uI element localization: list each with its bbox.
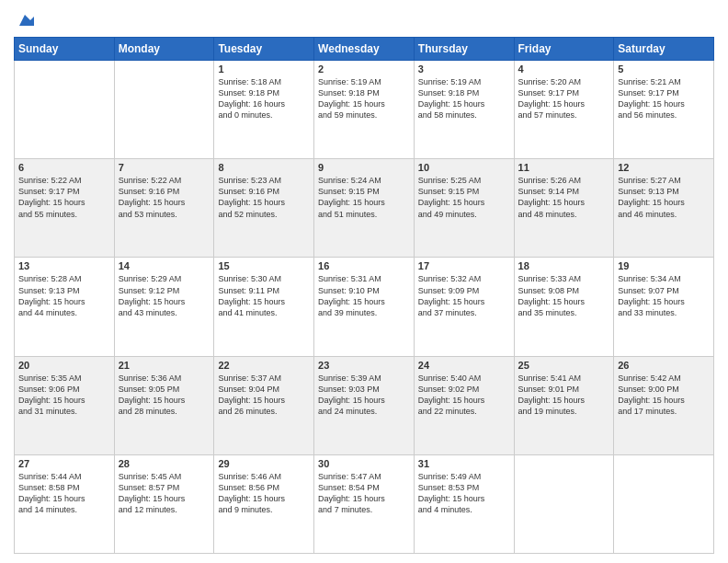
calendar-cell: 27Sunrise: 5:44 AM Sunset: 8:58 PM Dayli…: [15, 454, 115, 553]
day-number: 5: [618, 63, 710, 75]
day-number: 21: [119, 360, 210, 371]
calendar-cell: 2Sunrise: 5:19 AM Sunset: 9:18 PM Daylig…: [314, 61, 415, 159]
cell-info: Sunrise: 5:36 AM Sunset: 9:05 PM Dayligh…: [119, 373, 210, 418]
cell-info: Sunrise: 5:18 AM Sunset: 9:18 PM Dayligh…: [218, 76, 310, 121]
logo: [14, 9, 34, 29]
calendar-cell: 17Sunrise: 5:32 AM Sunset: 9:09 PM Dayli…: [414, 258, 514, 356]
page: SundayMondayTuesdayWednesdayThursdayFrid…: [0, 0, 728, 563]
day-header-sunday: Sunday: [15, 38, 115, 61]
day-number: 29: [218, 458, 310, 469]
calendar-cell: 16Sunrise: 5:31 AM Sunset: 9:10 PM Dayli…: [314, 258, 415, 356]
cell-info: Sunrise: 5:37 AM Sunset: 9:04 PM Dayligh…: [218, 373, 310, 418]
day-number: 3: [418, 63, 510, 75]
calendar-cell: 11Sunrise: 5:26 AM Sunset: 9:14 PM Dayli…: [514, 159, 614, 258]
calendar-cell: 30Sunrise: 5:47 AM Sunset: 8:54 PM Dayli…: [314, 454, 415, 553]
calendar-cell: 3Sunrise: 5:19 AM Sunset: 9:18 PM Daylig…: [414, 61, 514, 159]
cell-info: Sunrise: 5:19 AM Sunset: 9:18 PM Dayligh…: [318, 76, 410, 121]
calendar-cell: 10Sunrise: 5:25 AM Sunset: 9:15 PM Dayli…: [414, 159, 514, 258]
calendar-cell: 26Sunrise: 5:42 AM Sunset: 9:00 PM Dayli…: [614, 356, 714, 454]
header: [14, 9, 714, 29]
day-number: 17: [418, 260, 510, 271]
day-number: 26: [618, 360, 710, 371]
day-header-monday: Monday: [114, 38, 214, 61]
calendar-table: SundayMondayTuesdayWednesdayThursdayFrid…: [14, 37, 714, 554]
day-number: 24: [418, 360, 510, 371]
day-number: 28: [119, 458, 210, 469]
cell-info: Sunrise: 5:21 AM Sunset: 9:17 PM Dayligh…: [618, 76, 710, 121]
day-number: 7: [119, 162, 210, 173]
day-number: 15: [218, 260, 310, 271]
calendar-cell: 9Sunrise: 5:24 AM Sunset: 9:15 PM Daylig…: [314, 159, 415, 258]
day-number: 12: [618, 162, 710, 173]
day-number: 30: [318, 458, 410, 469]
cell-info: Sunrise: 5:40 AM Sunset: 9:02 PM Dayligh…: [418, 373, 510, 418]
day-number: 8: [218, 162, 310, 173]
day-number: 4: [518, 63, 610, 75]
calendar-cell: 19Sunrise: 5:34 AM Sunset: 9:07 PM Dayli…: [614, 258, 714, 356]
day-header-saturday: Saturday: [614, 38, 714, 61]
calendar-cell: 25Sunrise: 5:41 AM Sunset: 9:01 PM Dayli…: [514, 356, 614, 454]
calendar-cell: 29Sunrise: 5:46 AM Sunset: 8:56 PM Dayli…: [214, 454, 314, 553]
day-number: 6: [18, 162, 110, 173]
calendar-week-row: 1Sunrise: 5:18 AM Sunset: 9:18 PM Daylig…: [15, 61, 714, 159]
day-number: 10: [418, 162, 510, 173]
day-number: 22: [218, 360, 310, 371]
cell-info: Sunrise: 5:24 AM Sunset: 9:15 PM Dayligh…: [318, 175, 410, 220]
calendar-cell: 18Sunrise: 5:33 AM Sunset: 9:08 PM Dayli…: [514, 258, 614, 356]
calendar-cell: 22Sunrise: 5:37 AM Sunset: 9:04 PM Dayli…: [214, 356, 314, 454]
calendar-cell: 23Sunrise: 5:39 AM Sunset: 9:03 PM Dayli…: [314, 356, 415, 454]
day-header-tuesday: Tuesday: [214, 38, 314, 61]
calendar-cell: [514, 454, 614, 553]
day-number: 20: [18, 360, 110, 371]
cell-info: Sunrise: 5:49 AM Sunset: 8:53 PM Dayligh…: [418, 471, 510, 516]
cell-info: Sunrise: 5:44 AM Sunset: 8:58 PM Dayligh…: [18, 471, 110, 516]
cell-info: Sunrise: 5:23 AM Sunset: 9:16 PM Dayligh…: [218, 175, 310, 220]
cell-info: Sunrise: 5:45 AM Sunset: 8:57 PM Dayligh…: [119, 471, 210, 516]
calendar-cell: [614, 454, 714, 553]
calendar-cell: 6Sunrise: 5:22 AM Sunset: 9:17 PM Daylig…: [15, 159, 115, 258]
day-header-wednesday: Wednesday: [314, 38, 415, 61]
day-number: 11: [518, 162, 610, 173]
cell-info: Sunrise: 5:27 AM Sunset: 9:13 PM Dayligh…: [618, 175, 710, 220]
cell-info: Sunrise: 5:39 AM Sunset: 9:03 PM Dayligh…: [318, 373, 410, 418]
day-number: 23: [318, 360, 410, 371]
calendar-week-row: 13Sunrise: 5:28 AM Sunset: 9:13 PM Dayli…: [15, 258, 714, 356]
calendar-cell: 7Sunrise: 5:22 AM Sunset: 9:16 PM Daylig…: [114, 159, 214, 258]
day-header-friday: Friday: [514, 38, 614, 61]
calendar-cell: 13Sunrise: 5:28 AM Sunset: 9:13 PM Dayli…: [15, 258, 115, 356]
calendar-week-row: 6Sunrise: 5:22 AM Sunset: 9:17 PM Daylig…: [15, 159, 714, 258]
cell-info: Sunrise: 5:46 AM Sunset: 8:56 PM Dayligh…: [218, 471, 310, 516]
cell-info: Sunrise: 5:33 AM Sunset: 9:08 PM Dayligh…: [518, 273, 610, 318]
calendar-week-row: 20Sunrise: 5:35 AM Sunset: 9:06 PM Dayli…: [15, 356, 714, 454]
calendar-cell: 21Sunrise: 5:36 AM Sunset: 9:05 PM Dayli…: [114, 356, 214, 454]
cell-info: Sunrise: 5:22 AM Sunset: 9:16 PM Dayligh…: [119, 175, 210, 220]
calendar-cell: 20Sunrise: 5:35 AM Sunset: 9:06 PM Dayli…: [15, 356, 115, 454]
cell-info: Sunrise: 5:26 AM Sunset: 9:14 PM Dayligh…: [518, 175, 610, 220]
day-number: 18: [518, 260, 610, 271]
cell-info: Sunrise: 5:20 AM Sunset: 9:17 PM Dayligh…: [518, 76, 610, 121]
cell-info: Sunrise: 5:29 AM Sunset: 9:12 PM Dayligh…: [119, 273, 210, 318]
calendar-cell: 15Sunrise: 5:30 AM Sunset: 9:11 PM Dayli…: [214, 258, 314, 356]
svg-marker-0: [19, 15, 34, 26]
calendar-header-row: SundayMondayTuesdayWednesdayThursdayFrid…: [15, 38, 714, 61]
calendar-cell: 5Sunrise: 5:21 AM Sunset: 9:17 PM Daylig…: [614, 61, 714, 159]
calendar-cell: 28Sunrise: 5:45 AM Sunset: 8:57 PM Dayli…: [114, 454, 214, 553]
cell-info: Sunrise: 5:31 AM Sunset: 9:10 PM Dayligh…: [318, 273, 410, 318]
cell-info: Sunrise: 5:42 AM Sunset: 9:00 PM Dayligh…: [618, 373, 710, 418]
day-header-thursday: Thursday: [414, 38, 514, 61]
cell-info: Sunrise: 5:47 AM Sunset: 8:54 PM Dayligh…: [318, 471, 410, 516]
day-number: 19: [618, 260, 710, 271]
calendar-cell: 12Sunrise: 5:27 AM Sunset: 9:13 PM Dayli…: [614, 159, 714, 258]
cell-info: Sunrise: 5:30 AM Sunset: 9:11 PM Dayligh…: [218, 273, 310, 318]
cell-info: Sunrise: 5:41 AM Sunset: 9:01 PM Dayligh…: [518, 373, 610, 418]
calendar-cell: 24Sunrise: 5:40 AM Sunset: 9:02 PM Dayli…: [414, 356, 514, 454]
day-number: 14: [119, 260, 210, 271]
cell-info: Sunrise: 5:22 AM Sunset: 9:17 PM Dayligh…: [18, 175, 110, 220]
logo-icon: [16, 11, 34, 29]
cell-info: Sunrise: 5:32 AM Sunset: 9:09 PM Dayligh…: [418, 273, 510, 318]
calendar-week-row: 27Sunrise: 5:44 AM Sunset: 8:58 PM Dayli…: [15, 454, 714, 553]
calendar-cell: 14Sunrise: 5:29 AM Sunset: 9:12 PM Dayli…: [114, 258, 214, 356]
calendar-cell: 1Sunrise: 5:18 AM Sunset: 9:18 PM Daylig…: [214, 61, 314, 159]
calendar-cell: 8Sunrise: 5:23 AM Sunset: 9:16 PM Daylig…: [214, 159, 314, 258]
cell-info: Sunrise: 5:34 AM Sunset: 9:07 PM Dayligh…: [618, 273, 710, 318]
